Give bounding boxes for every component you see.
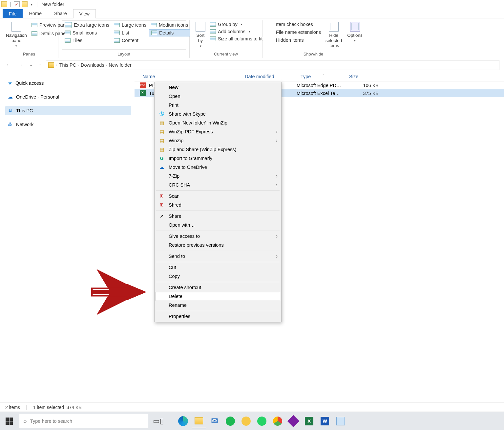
tree-onedrive[interactable]: ☁OneDrive - Personal	[5, 92, 131, 102]
qa-check-icon[interactable]: ✓	[14, 1, 20, 7]
crumb-downloads[interactable]: Downloads›	[81, 62, 107, 68]
file-type: Microsoft Edge PD…	[297, 83, 346, 88]
chevron-right-icon: ›	[276, 253, 278, 259]
crumb-newfolder[interactable]: New folder	[109, 62, 131, 68]
ctx-copy[interactable]: Copy	[156, 272, 280, 281]
taskbar-excel[interactable]: X	[302, 414, 316, 428]
winzip-icon: ▤	[159, 138, 165, 144]
taskbar-mail[interactable]: ✉	[207, 414, 222, 428]
tree-quick-access[interactable]: ★Quick access	[5, 79, 131, 88]
title-sep2: |	[36, 2, 38, 7]
ctx-properties[interactable]: Properties	[156, 312, 280, 321]
forward-button[interactable]: →	[16, 61, 25, 69]
layout-medium[interactable]: Medium icons	[149, 21, 190, 29]
tab-home[interactable]: Home	[23, 9, 48, 18]
tab-view[interactable]: View	[73, 9, 96, 18]
ctx-open[interactable]: Open	[156, 92, 280, 101]
navigation-pane-button[interactable]: Navigation pane ▾	[3, 20, 30, 49]
back-button[interactable]: ←	[5, 61, 13, 69]
file-name-extensions[interactable]: File name extensions	[266, 29, 323, 35]
hidden-items[interactable]: Hidden items	[266, 37, 323, 43]
chevron-right-icon: ›	[276, 173, 278, 179]
ctx-delete[interactable]: Delete	[156, 292, 280, 301]
folder-icon	[48, 62, 54, 68]
ctx-shred[interactable]: ⛨Shred	[156, 201, 280, 210]
size-all-columns-button[interactable]: Size all columns to fit	[208, 35, 264, 42]
small-icons-icon	[65, 31, 71, 35]
ctx-open-with[interactable]: Open with…	[156, 221, 280, 230]
taskbar-app-yellow[interactable]	[239, 414, 253, 428]
col-name[interactable]: Name⌃	[140, 74, 242, 79]
ctx-share-skype[interactable]: ⓈShare with Skype	[156, 110, 280, 119]
taskbar-edge[interactable]	[176, 414, 190, 428]
taskbar-word[interactable]: W	[318, 414, 332, 428]
blank-icon	[159, 84, 165, 90]
content-icon	[114, 38, 120, 43]
excel-file-icon	[140, 90, 146, 96]
address-bar[interactable]: › This PC› Downloads› New folder	[46, 60, 499, 70]
start-button[interactable]	[1, 413, 18, 429]
layout-extra-large[interactable]: Extra large icons	[63, 21, 111, 29]
search-placeholder: Type here to search	[30, 419, 72, 424]
up-button[interactable]: ↑	[37, 61, 43, 69]
layout-details[interactable]: Details	[149, 29, 190, 36]
options-button[interactable]: Options ▾	[345, 20, 365, 44]
item-check-boxes[interactable]: Item check boxes	[266, 21, 323, 28]
ctx-rename[interactable]: Rename	[156, 301, 280, 310]
ctx-scan[interactable]: ⛨Scan	[156, 192, 280, 201]
ctx-7zip[interactable]: 7-Zip›	[156, 172, 280, 181]
ctx-create-shortcut[interactable]: Create shortcut	[156, 283, 280, 292]
spotify-icon	[226, 417, 235, 426]
crumb-this-pc[interactable]: This PC›	[59, 62, 79, 68]
tree-this-pc[interactable]: 🖥This PC	[5, 106, 131, 115]
tab-share[interactable]: Share	[48, 9, 73, 18]
ctx-open-winzip[interactable]: ▤Open 'New folder' in WinZip	[156, 119, 280, 127]
ctx-new[interactable]: New	[156, 83, 280, 92]
ctx-send-to[interactable]: Send to›	[156, 252, 280, 261]
ctx-winzip-pdf[interactable]: ▤WinZip PDF Express›	[156, 127, 280, 136]
layout-list[interactable]: List	[112, 29, 148, 36]
ctx-cut[interactable]: Cut	[156, 263, 280, 272]
taskbar-whatsapp[interactable]	[255, 414, 269, 428]
taskbar-file-explorer[interactable]	[192, 414, 206, 428]
sort-by-button[interactable]: Sort by ▾	[193, 20, 208, 49]
taskbar-search[interactable]: ⌕ Type here to search	[19, 414, 148, 428]
layout-small[interactable]: Small icons	[63, 29, 111, 36]
taskbar-app-purple[interactable]	[286, 414, 301, 428]
tree-network[interactable]: 🖧Network	[5, 120, 131, 129]
ctx-grammarly[interactable]: GImport to Grammarly	[156, 154, 280, 163]
ctx-share[interactable]: ↗Share	[156, 212, 280, 221]
layout-large[interactable]: Large icons	[112, 21, 148, 29]
folder-icon	[195, 417, 203, 424]
ctx-onedrive[interactable]: ☁Move to OneDrive	[156, 163, 280, 172]
taskbar-chrome[interactable]	[270, 414, 285, 428]
ctx-crcsha[interactable]: CRC SHA›	[156, 181, 280, 190]
ctx-zip-share[interactable]: ▤Zip and Share (WinZip Express)	[156, 145, 280, 154]
qa-dropdown-icon[interactable]: ▾	[30, 3, 34, 6]
options-icon	[350, 22, 360, 32]
status-item-count: 2 items	[5, 405, 20, 410]
tab-file[interactable]: File	[3, 9, 23, 18]
hide-selected-button[interactable]: Hide selected items	[323, 20, 345, 50]
ctx-give-access[interactable]: Give access to›	[156, 232, 280, 241]
col-size[interactable]: Size	[346, 74, 379, 79]
chevron-down-icon: ▾	[15, 44, 17, 48]
taskbar-spotify[interactable]	[223, 414, 238, 428]
recent-locations-button[interactable]: ⌄	[28, 62, 34, 68]
ctx-restore[interactable]: Restore previous versions	[156, 241, 280, 250]
group-by-button[interactable]: Group by▾	[208, 21, 264, 28]
sort-label: Sort by	[196, 33, 205, 43]
title-sep: |	[9, 2, 12, 7]
layout-tiles[interactable]: Tiles	[63, 37, 111, 44]
add-columns-button[interactable]: Add columns▾	[208, 28, 264, 35]
ctx-winzip[interactable]: ▤WinZip›	[156, 136, 280, 145]
list-icon	[114, 31, 120, 35]
hide-selected-label: Hide selected items	[326, 33, 342, 48]
task-view-button[interactable]: ▭▯	[150, 413, 167, 429]
ctx-print[interactable]: Print	[156, 101, 280, 110]
details-icon	[151, 31, 157, 35]
crumb-sep: ›	[56, 63, 57, 67]
taskbar-calculator[interactable]	[333, 414, 348, 428]
col-modified[interactable]: Date modified	[242, 74, 298, 79]
layout-content[interactable]: Content	[112, 37, 148, 44]
